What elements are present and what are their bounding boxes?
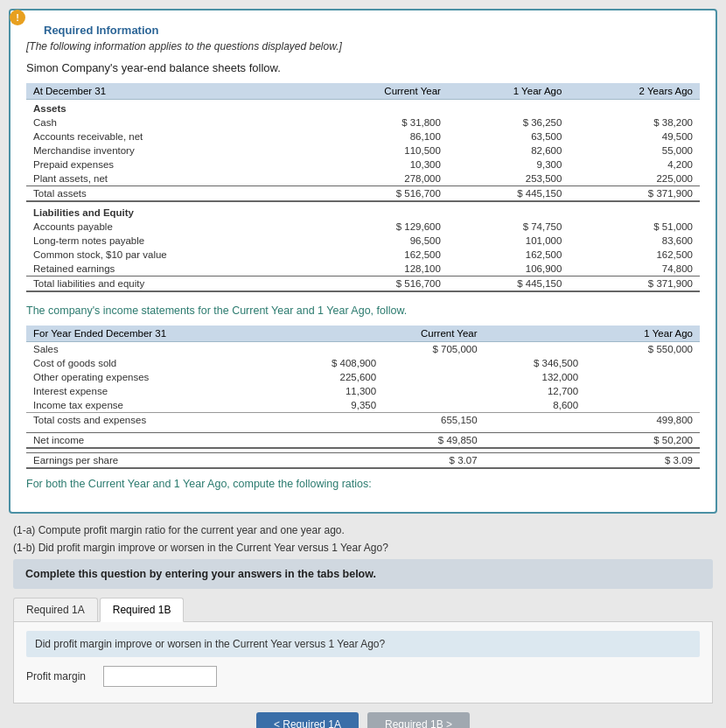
complete-box: Complete this question by entering your … bbox=[13, 559, 713, 589]
tabs-row: Required 1A Required 1B bbox=[13, 598, 713, 622]
is-col-cy1 bbox=[283, 326, 384, 342]
tab-1b-question: Did profit margin improve or worsen in t… bbox=[26, 631, 700, 657]
table-row: Merchandise inventory 110,500 82,600 55,… bbox=[26, 144, 700, 158]
question-1b: (1-b) Did profit margin improve or worse… bbox=[13, 542, 713, 554]
question-1a: (1-a) Compute profit margin ratio for th… bbox=[13, 524, 713, 536]
balance-sheet-table: At December 31 Current Year 1 Year Ago 2… bbox=[26, 83, 700, 292]
info-box: ! Required Information [The following in… bbox=[9, 9, 717, 514]
is-col-cy2: Current Year bbox=[383, 326, 485, 342]
total-costs-row: Total costs and expenses 655,150 499,800 bbox=[26, 413, 700, 428]
is-col-label: For Year Ended December 31 bbox=[26, 326, 283, 342]
profit-margin-input[interactable] bbox=[103, 666, 217, 687]
prev-button[interactable]: < Required 1A bbox=[256, 712, 359, 728]
liabilities-header: Liabilities and Equity bbox=[26, 201, 700, 220]
required-info-title: Required Information bbox=[44, 24, 700, 37]
table-row: Plant assets, net 278,000 253,500 225,00… bbox=[26, 172, 700, 186]
table-row: Other operating expenses 225,600 132,000 bbox=[26, 370, 700, 384]
eps-row: Earnings per share $ 3.07 $ 3.09 bbox=[26, 453, 700, 469]
total-liabilities-row: Total liabilities and equity $ 516,700 $… bbox=[26, 276, 700, 292]
income-stmt-heading: The company's income statements for the … bbox=[26, 304, 700, 317]
col-header-current: Current Year bbox=[311, 83, 448, 100]
total-assets-row: Total assets $ 516,700 $ 445,150 $ 371,9… bbox=[26, 186, 700, 202]
page-wrapper: ! Required Information [The following in… bbox=[9, 9, 717, 728]
net-income-row: Net income $ 49,850 $ 50,200 bbox=[26, 432, 700, 448]
answer-label: Profit margin bbox=[26, 670, 96, 682]
tab-required-1b[interactable]: Required 1B bbox=[100, 598, 185, 622]
tab-content-1b: Did profit margin improve or worsen in t… bbox=[13, 622, 713, 704]
table-row: Cash $ 31,800 $ 36,250 $ 38,200 bbox=[26, 116, 700, 130]
ratios-text: For both the Current Year and 1 Year Ago… bbox=[26, 478, 700, 490]
col-header-2yr: 2 Years Ago bbox=[569, 83, 700, 100]
assets-header: Assets bbox=[26, 100, 700, 116]
income-stmt-table: For Year Ended December 31 Current Year … bbox=[26, 326, 700, 469]
table-row: Interest expense 11,300 12,700 bbox=[26, 384, 700, 398]
table-row: Prepaid expenses 10,300 9,300 4,200 bbox=[26, 158, 700, 172]
col-header-1yr: 1 Year Ago bbox=[448, 83, 569, 100]
table-row: Income tax expense 9,350 8,600 bbox=[26, 398, 700, 413]
table-row: Accounts receivable, net 86,100 63,500 4… bbox=[26, 130, 700, 144]
sales-row: Sales $ 705,000 $ 550,000 bbox=[26, 342, 700, 357]
is-col-1yr2: 1 Year Ago bbox=[585, 326, 700, 342]
table-row: Long-term notes payable 96,500 101,000 8… bbox=[26, 234, 700, 248]
bottom-section: (1-a) Compute profit margin ratio for th… bbox=[9, 524, 717, 728]
nav-buttons: < Required 1A Required 1B > bbox=[13, 712, 713, 728]
is-col-1yr1 bbox=[485, 326, 586, 342]
next-button[interactable]: Required 1B > bbox=[367, 712, 470, 728]
italic-note: [The following information applies to th… bbox=[26, 40, 700, 52]
answer-row: Profit margin bbox=[26, 666, 700, 687]
tab-required-1a[interactable]: Required 1A bbox=[13, 598, 98, 621]
table-row: Accounts payable $ 129,600 $ 74,750 $ 51… bbox=[26, 220, 700, 234]
table-row: Cost of goods sold $ 408,900 $ 346,500 bbox=[26, 356, 700, 370]
balance-sheet-heading: Simon Company's year-end balance sheets … bbox=[26, 61, 700, 74]
table-row: Retained earnings 128,100 106,900 74,800 bbox=[26, 262, 700, 276]
table-row: Common stock, $10 par value 162,500 162,… bbox=[26, 248, 700, 262]
col-header-label: At December 31 bbox=[26, 83, 311, 100]
info-icon: ! bbox=[10, 10, 25, 25]
